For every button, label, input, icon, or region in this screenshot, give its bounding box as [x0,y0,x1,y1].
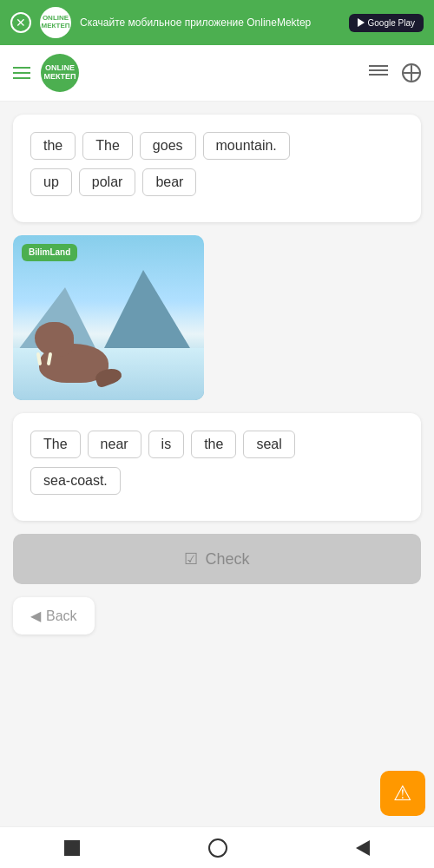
word-tag[interactable]: sea-coast. [30,467,121,495]
header: ONLINEМЕКТЕП [0,45,434,102]
check-label: Check [205,550,249,569]
word-tag[interactable]: mountain. [203,132,290,160]
header-icons [369,63,421,82]
close-icon: ✕ [16,16,26,30]
list-view-icon[interactable] [369,65,388,81]
walrus-head [35,322,74,357]
check-button[interactable]: ☑ Check [13,534,421,584]
word-card-2: The near is the seal sea-coast. [13,413,421,521]
header-logo-text: ONLINEМЕКТЕП [43,64,76,82]
language-icon[interactable] [402,63,421,82]
scene-label: BilimLand [22,244,77,261]
banner-close-button[interactable]: ✕ [10,12,31,33]
scene-image: BilimLand [13,235,204,400]
google-play-label: Google Play [368,18,415,28]
word-tag[interactable]: is [148,431,185,458]
main-content: the The goes mountain. up polar bear Bil… [0,102,434,700]
warning-icon: ⚠ [393,781,412,806]
word-tag[interactable]: near [88,431,141,458]
word-row-2-bottom: sea-coast. [30,467,404,495]
banner-logo-text: ONLINEМЕКТЕП [41,15,69,30]
word-tag[interactable]: the [191,431,236,458]
google-play-button[interactable]: Google Play [349,14,424,32]
bottom-nav-bar [0,826,434,868]
word-tag[interactable]: up [30,168,72,196]
word-tag[interactable]: The [82,132,133,160]
mountain-right [100,270,195,357]
banner-logo: ONLINEМЕКТЕП [40,7,71,38]
menu-button[interactable] [13,67,30,79]
word-tag[interactable]: seal [243,431,294,458]
back-label: Back [46,608,77,624]
word-tag[interactable]: bear [142,168,196,196]
banner-description: Скачайте мобильное приложение OnlineMekt… [80,16,340,29]
nav-stop-icon[interactable] [64,840,80,856]
word-tag[interactable]: The [30,431,81,458]
word-card-1: the The goes mountain. up polar bear [13,115,421,222]
word-row-1-bottom: up polar bear [30,168,404,196]
nav-home-icon[interactable] [208,838,227,858]
back-button[interactable]: ◀ Back [13,597,95,635]
word-tag[interactable]: goes [140,132,196,160]
word-tag[interactable]: polar [79,168,136,196]
header-logo[interactable]: ONLINEМЕКТЕП [41,54,79,92]
word-row-2-top: The near is the seal [30,431,404,458]
word-tag[interactable]: the [30,132,76,160]
back-arrow-icon: ◀ [30,608,41,624]
check-icon: ☑ [184,549,198,569]
warning-fab[interactable]: ⚠ [380,771,425,816]
top-banner: ✕ ONLINEМЕКТЕП Скачайте мобильное прилож… [0,0,434,45]
word-row-1-top: the The goes mountain. [30,132,404,160]
play-icon [358,18,365,27]
nav-back-icon[interactable] [356,840,370,856]
